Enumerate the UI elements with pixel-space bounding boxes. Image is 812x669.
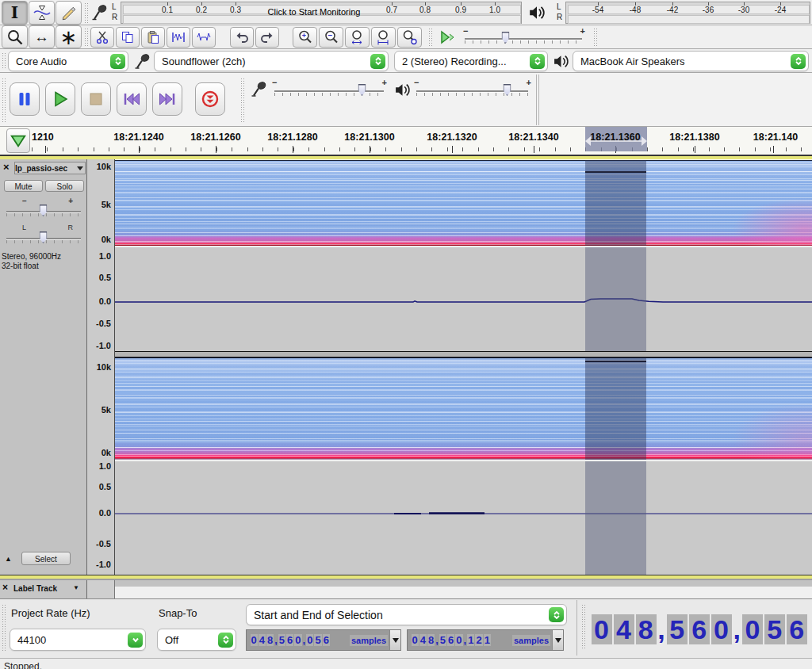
recording-channels-combo[interactable]: 2 (Stereo) Recording... — [394, 51, 548, 71]
spectrogram-ch1[interactable] — [115, 160, 812, 246]
label-track-content[interactable] — [115, 580, 812, 598]
track-gain-slider[interactable]: − + — [3, 196, 84, 221]
zoom-out-button[interactable]: − — [319, 27, 343, 48]
copy-icon — [121, 30, 135, 44]
playback-volume-slider[interactable]: − + — [414, 78, 531, 100]
channel-divider — [115, 351, 812, 357]
copy-button[interactable] — [116, 27, 140, 48]
left-right-arrow-icon: ↔ — [34, 29, 49, 46]
multi-tool-button[interactable]: ∗ — [56, 25, 82, 48]
timeline-ruler[interactable]: 1210 18:21.1240 18:21.1260 18:21.1280 18… — [0, 127, 812, 155]
audio-host-combo[interactable]: Core Audio — [8, 51, 128, 71]
edit-toolbar-grip[interactable] — [84, 28, 89, 47]
selection-right-handle-icon[interactable] — [642, 136, 647, 146]
timeline-label: 18:21.140 — [753, 132, 798, 143]
timeshift-tool-button[interactable]: ↔ — [29, 25, 55, 48]
zoom-tool-button[interactable] — [2, 25, 28, 48]
zoom-in-button[interactable]: + — [293, 27, 317, 48]
quickplay-pin-icon — [10, 133, 27, 149]
selection-start-units: samples — [350, 635, 388, 646]
audio-position-value: 048,560,056 — [591, 614, 808, 645]
play-speed-slider[interactable]: − + — [462, 26, 587, 48]
draw-tool-button[interactable] — [56, 1, 82, 25]
selection-mode-combo[interactable]: Start and End of Selection — [246, 604, 567, 625]
skip-to-start-button[interactable] — [117, 82, 147, 116]
clipboard-icon — [146, 30, 160, 44]
spectrogram-scale-ch2: 10k 5k 0k — [87, 357, 114, 460]
track-pan-slider[interactable]: L R — [3, 223, 84, 248]
fit-project-button[interactable] — [371, 27, 396, 48]
timeline-pin-button[interactable] — [6, 128, 30, 153]
toolbar-divider — [538, 75, 539, 125]
redo-button[interactable] — [255, 27, 279, 48]
selection-start-dropdown[interactable] — [389, 630, 400, 650]
selection-overlay-spec-ch1 — [585, 160, 646, 246]
pause-icon — [16, 90, 33, 108]
play-at-speed-button[interactable] — [436, 27, 458, 48]
play-button[interactable] — [45, 82, 75, 116]
trim-audio-button[interactable] — [167, 27, 190, 48]
track-close-icon[interactable]: × — [3, 162, 10, 172]
selection-mode-stepper-icon — [549, 607, 564, 622]
snap-to-combo[interactable]: Off — [157, 629, 236, 651]
recording-volume-slider[interactable]: − + — [272, 78, 387, 100]
waveform-ch1[interactable] — [115, 247, 812, 351]
play-at-speed-icon — [439, 30, 455, 44]
mute-button[interactable]: Mute — [4, 180, 43, 192]
selection-end-units: samples — [512, 635, 550, 646]
track-collapse-icon[interactable]: ▲ — [5, 555, 12, 563]
tools-toolbar-grip[interactable] — [84, 2, 89, 23]
output-speaker-icon — [553, 53, 569, 70]
selection-tool-button[interactable]: I — [2, 1, 28, 25]
record-button[interactable] — [195, 82, 225, 116]
solo-button[interactable]: Solo — [45, 180, 84, 192]
silence-audio-button[interactable] — [192, 27, 216, 48]
timeline-label: 18:21.1240 — [113, 132, 163, 143]
recording-device-combo[interactable]: Soundflower (2ch) — [154, 51, 389, 71]
play-meter-speaker-icon — [528, 4, 546, 21]
playback-meter[interactable]: -54 -48 -42 -36 -30 -24 — [565, 2, 810, 24]
play-at-speed-grip[interactable] — [428, 28, 433, 47]
trim-icon — [171, 30, 186, 44]
label-track-close-icon[interactable]: × — [2, 583, 8, 592]
host-stepper-icon — [110, 54, 125, 69]
selection-end-dropdown[interactable] — [552, 630, 563, 650]
zoom-in-icon: + — [297, 29, 313, 45]
cut-button[interactable] — [90, 27, 114, 48]
play-minus-label: − — [414, 78, 419, 87]
play-tick: -30 — [738, 6, 749, 14]
playback-device-combo[interactable]: MacBook Air Speakers — [573, 51, 809, 71]
undo-button[interactable] — [230, 27, 254, 48]
audio-position-display[interactable]: 048,560,056 samp — [591, 607, 812, 652]
toolbar-divider — [536, 75, 537, 125]
device-toolbar-grip[interactable] — [2, 52, 6, 70]
selection-end-field[interactable]: 048,560,121 samples — [407, 629, 564, 651]
spectrogram-ch2[interactable] — [115, 357, 812, 460]
waveform-ch2[interactable] — [115, 461, 812, 575]
undo-icon — [235, 30, 249, 44]
project-rate-combo[interactable]: 44100 — [10, 629, 146, 651]
label-track-menu-arrow-icon[interactable]: ▼ — [73, 584, 79, 591]
selection-start-field[interactable]: 048,560,056 samples — [246, 629, 401, 651]
stop-button[interactable] — [81, 82, 111, 116]
rec-minus-label: − — [272, 78, 277, 87]
pause-button[interactable] — [10, 82, 40, 116]
track-select-button[interactable]: Select — [21, 552, 71, 565]
paste-button[interactable] — [141, 27, 165, 48]
mixer-grip[interactable] — [240, 78, 245, 122]
envelope-tool-button[interactable] — [29, 1, 55, 25]
selection-toolbar-grip[interactable] — [2, 604, 6, 652]
label-track-control-panel: × Label Track ▼ — [0, 580, 87, 598]
skip-to-end-button[interactable] — [152, 82, 182, 116]
play-meter-left-label: L — [557, 2, 561, 11]
recording-meter[interactable]: 0.1 0.2 0.3 0.7 0.8 0.9 1.0 Click to Sta… — [121, 2, 522, 24]
monitoring-text[interactable]: Click to Start Monitoring — [268, 7, 361, 17]
transport-grip[interactable] — [2, 78, 6, 122]
snap-to-value: Off — [165, 634, 218, 646]
fit-selection-button[interactable] — [345, 27, 370, 48]
position-display-grip[interactable] — [581, 604, 586, 650]
waveform-scale-ch1: 1.0 0.5 0.0 -0.5 -1.0 — [87, 247, 114, 351]
track-title-menu[interactable]: lp_passio-sec — [14, 162, 86, 174]
zoom-toggle-button[interactable] — [397, 27, 422, 48]
toolbar-grip[interactable] — [593, 28, 598, 47]
